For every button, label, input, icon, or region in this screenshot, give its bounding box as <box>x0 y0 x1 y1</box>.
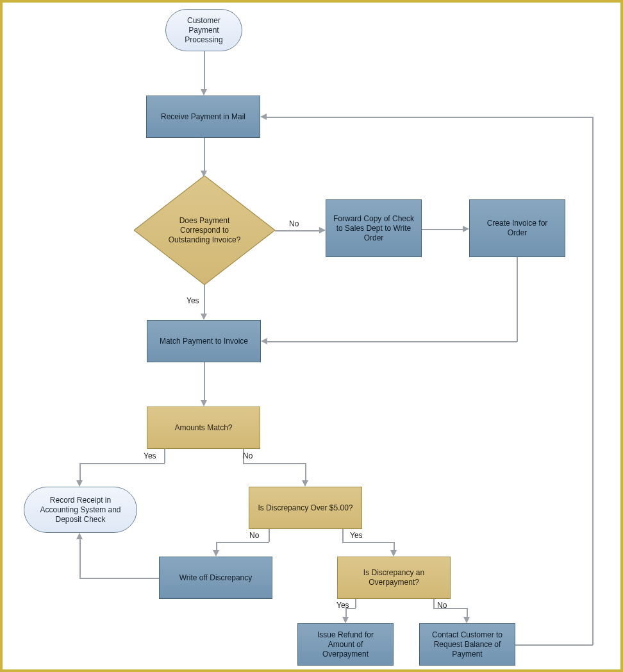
connector <box>305 463 306 480</box>
match-label: Match Payment to Invoice <box>160 337 248 346</box>
discrepancy-over-label: Is Discrepancy Over $5.00? <box>258 503 353 513</box>
connector <box>204 138 205 174</box>
connector <box>422 229 463 230</box>
arrowhead-icon <box>201 314 207 320</box>
connector <box>517 257 518 342</box>
edge-label-no: No <box>289 219 299 228</box>
forward-label: Forward Copy of Check to Sales Dept to W… <box>333 214 415 243</box>
connector <box>467 608 468 617</box>
arrowhead-icon <box>201 400 207 407</box>
arrowhead-icon <box>76 480 83 487</box>
edge-label-no: No <box>437 601 447 610</box>
arrowhead-icon <box>201 171 207 177</box>
arrowhead-icon <box>302 480 308 487</box>
connector <box>515 644 593 646</box>
contact-customer-label: Contact Customer to Request Balance of P… <box>426 630 508 659</box>
issue-refund-label: Issue Refund for Amount of Overpayment <box>304 630 386 659</box>
arrowhead-icon <box>390 550 397 557</box>
write-off-process: Write off Discrepancy <box>159 557 272 599</box>
connector <box>269 529 270 542</box>
connector <box>355 599 356 608</box>
flowchart-canvas: Customer Payment Processing Receive Paym… <box>0 0 623 672</box>
edge-label-yes: Yes <box>350 531 363 540</box>
connector <box>243 463 305 464</box>
correspond-decision: Does Payment Correspond to Outstanding I… <box>134 176 275 285</box>
arrowhead-icon <box>463 617 470 623</box>
match-payment-process: Match Payment to Invoice <box>147 320 261 362</box>
connector <box>79 463 81 480</box>
arrowhead-icon <box>260 113 267 120</box>
connector <box>204 51 205 89</box>
edge-label-yes: Yes <box>336 601 349 610</box>
connector <box>342 529 344 542</box>
arrowhead-icon <box>213 550 219 557</box>
connector <box>164 449 165 463</box>
contact-customer-process: Contact Customer to Request Balance of P… <box>419 623 515 666</box>
arrowhead-icon <box>201 89 207 96</box>
write-off-label: Write off Discrepancy <box>179 573 253 583</box>
edge-label-no: No <box>249 531 259 540</box>
overpayment-decision: Is Discrepancy an Overpayment? <box>337 557 451 599</box>
amounts-match-label: Amounts Match? <box>174 423 232 433</box>
start-terminator: Customer Payment Processing <box>165 9 242 51</box>
issue-refund-process: Issue Refund for Amount of Overpayment <box>297 623 394 666</box>
connector <box>433 599 435 608</box>
arrowhead-icon <box>342 617 349 623</box>
amounts-match-decision: Amounts Match? <box>147 407 260 449</box>
overpayment-label: Is Discrepancy an Overpayment? <box>344 568 444 587</box>
connector <box>267 341 517 342</box>
arrowhead-icon <box>76 533 83 539</box>
connector <box>79 578 159 579</box>
record-receipt-terminator: Record Receipt in Accounting System and … <box>24 487 137 533</box>
connector <box>204 362 205 400</box>
correspond-label: Does Payment Correspond to Outstanding I… <box>163 216 246 245</box>
edge-label-yes: Yes <box>187 296 199 305</box>
arrowhead-icon <box>261 338 267 344</box>
record-label: Record Receipt in Accounting System and … <box>31 496 130 525</box>
discrepancy-over-decision: Is Discrepancy Over $5.00? <box>249 487 362 529</box>
forward-copy-process: Forward Copy of Check to Sales Dept to W… <box>326 199 422 257</box>
connector <box>204 285 205 314</box>
arrowhead-icon <box>319 227 326 233</box>
start-label: Customer Payment Processing <box>172 16 235 45</box>
connector <box>592 117 594 645</box>
arrowhead-icon <box>463 226 469 232</box>
connector <box>342 542 394 543</box>
connector <box>267 117 593 118</box>
connector <box>394 542 395 550</box>
connector <box>79 463 165 464</box>
receive-label: Receive Payment in Mail <box>161 112 245 122</box>
edge-label-yes: Yes <box>144 451 156 460</box>
create-invoice-process: Create Invoice for Order <box>469 199 565 257</box>
create-invoice-label: Create Invoice for Order <box>476 219 558 238</box>
connector <box>275 230 319 231</box>
connector <box>79 539 81 578</box>
connector <box>216 542 269 543</box>
receive-payment-process: Receive Payment in Mail <box>146 96 260 138</box>
connector <box>216 542 217 550</box>
edge-label-no: No <box>243 451 253 460</box>
